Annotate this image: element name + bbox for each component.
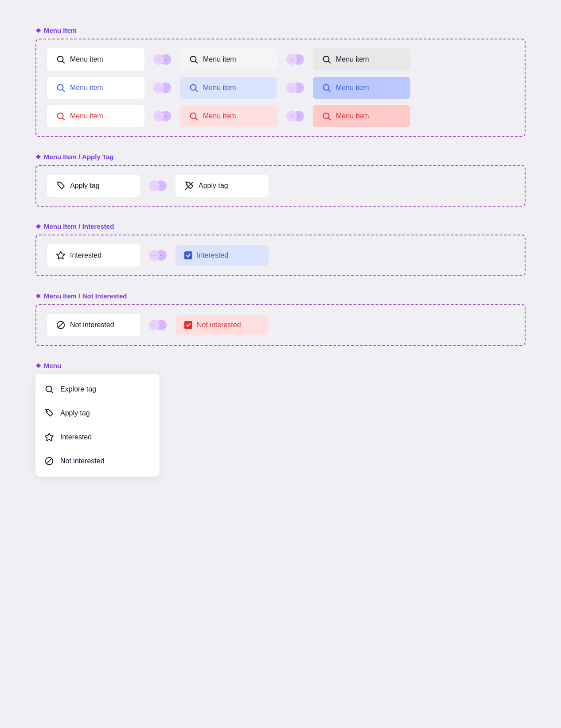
apply-tag-item-hover[interactable]: Apply tag <box>175 175 269 197</box>
not-interested-row: Not interested → → Not interested <box>47 314 514 336</box>
menu-card-item-apply-tag[interactable]: Apply tag <box>35 401 160 425</box>
apply-tag-section-label: Menu Item / Apply Tag <box>35 153 526 160</box>
menu-item-row-red: Menu item → → Menu item → → <box>47 105 514 127</box>
search-icon <box>189 111 199 121</box>
interested-item-default[interactable]: Interested <box>47 244 140 266</box>
search-icon <box>56 111 66 121</box>
not-interested-section: Menu Item / Not Interested Not intereste… <box>35 292 526 346</box>
transition-arrow-3: → → <box>153 82 171 93</box>
menu-item-default-hover-1[interactable]: Menu item <box>180 48 277 70</box>
search-icon <box>56 55 66 64</box>
svg-line-3 <box>195 61 197 63</box>
svg-marker-21 <box>57 251 65 259</box>
menu-item-section: Menu Item Menu item → → <box>35 27 526 137</box>
transition-arrow-4: → → <box>286 82 304 93</box>
apply-tag-row: Apply tag → → Apply tag <box>47 175 514 197</box>
apply-tag-section: Menu Item / Apply Tag Apply tag → → <box>35 153 526 207</box>
search-icon <box>189 83 199 93</box>
search-icon <box>322 55 331 64</box>
menu-card-item-interested[interactable]: Interested <box>35 425 160 449</box>
explore-search-icon <box>44 384 54 394</box>
search-icon <box>322 111 331 121</box>
interested-row: Interested → → Interested <box>47 244 514 266</box>
menu-section-label: Menu <box>35 362 526 369</box>
interested-section: Menu Item / Interested Interested → → In <box>35 223 526 276</box>
transition-arrow-1: → → <box>153 54 171 65</box>
not-interested-icon <box>56 320 66 330</box>
svg-line-7 <box>62 90 64 91</box>
menu-item-dashed-box: Menu item → → Menu item → → <box>35 39 526 137</box>
interested-dashed-box: Interested → → Interested <box>35 235 526 276</box>
transition-arrow-apply: → → <box>149 180 167 191</box>
not-interested-section-label: Menu Item / Not Interested <box>35 292 526 300</box>
svg-line-23 <box>58 322 64 328</box>
not-interested-item-active[interactable]: Not interested <box>175 315 269 335</box>
menu-card: Explore tag Apply tag Interested Not int… <box>35 374 160 477</box>
menu-not-interested-icon <box>44 456 54 466</box>
search-icon <box>189 55 199 64</box>
not-interested-dashed-box: Not interested → → Not interested <box>35 304 526 346</box>
menu-item-red-1[interactable]: Menu item <box>47 105 144 127</box>
svg-line-25 <box>51 391 53 393</box>
transition-arrow-2: → → <box>286 54 304 65</box>
star-icon <box>56 250 66 260</box>
not-interested-item-default[interactable]: Not interested <box>47 314 140 336</box>
menu-item-default-1[interactable]: Menu item <box>47 48 144 70</box>
menu-item-row-blue: Menu item → → Menu item → → <box>47 77 514 99</box>
menu-card-item-not-interested[interactable]: Not interested <box>35 449 160 473</box>
menu-item-red-hover-1[interactable]: Menu item <box>180 105 277 127</box>
menu-star-icon <box>44 432 54 442</box>
menu-item-blue-hover-1[interactable]: Menu item <box>180 77 277 99</box>
svg-line-17 <box>328 118 330 120</box>
menu-item-blue-active-1[interactable]: Menu item <box>313 77 410 99</box>
svg-point-18 <box>58 184 59 184</box>
interested-section-label: Menu Item / Interested <box>35 223 526 230</box>
transition-arrow-6: → → <box>286 111 304 121</box>
svg-line-5 <box>328 61 330 63</box>
svg-point-26 <box>47 411 48 412</box>
transition-arrow-interested: → → <box>149 250 167 261</box>
apply-tag-dashed-box: Apply tag → → Apply tag <box>35 165 526 207</box>
search-icon <box>322 83 331 93</box>
checkbox-red-icon <box>184 321 192 329</box>
interested-item-active[interactable]: Interested <box>175 245 269 266</box>
apply-tag-item-default[interactable]: Apply tag <box>47 175 140 197</box>
svg-point-19 <box>187 184 188 184</box>
menu-section: Menu Explore tag Apply tag Interested <box>35 362 526 477</box>
svg-line-1 <box>62 61 64 63</box>
menu-card-item-explore[interactable]: Explore tag <box>35 377 160 401</box>
search-icon <box>56 83 66 93</box>
svg-marker-27 <box>45 433 53 441</box>
svg-line-9 <box>195 90 197 91</box>
svg-line-15 <box>195 118 197 120</box>
tag-icon <box>56 181 66 191</box>
menu-item-rows: Menu item → → Menu item → → <box>47 48 514 127</box>
checkbox-blue-icon <box>184 251 192 259</box>
transition-arrow-not-interested: → → <box>149 320 167 330</box>
menu-item-red-active-1[interactable]: Menu item <box>313 105 410 127</box>
menu-item-blue-1[interactable]: Menu item <box>47 77 144 99</box>
svg-line-29 <box>47 458 52 464</box>
transition-arrow-5: → → <box>153 111 171 121</box>
menu-tag-icon <box>44 408 54 418</box>
svg-line-13 <box>62 118 64 120</box>
menu-item-row-default: Menu item → → Menu item → → <box>47 48 514 70</box>
menu-item-default-active-1[interactable]: Menu item <box>313 48 410 70</box>
menu-item-section-label: Menu Item <box>35 27 526 34</box>
tag-icon-strikethrough <box>184 181 194 191</box>
svg-line-11 <box>328 90 330 91</box>
